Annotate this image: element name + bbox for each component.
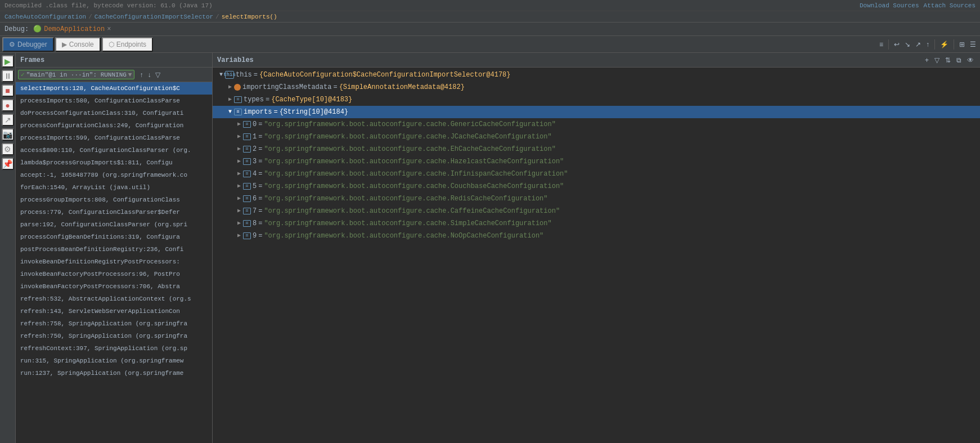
- frame-item[interactable]: run:1237, SpringApplication (org.springf…: [16, 367, 212, 379]
- frame-item[interactable]: lambda$processGroupImports$1:811, Config…: [16, 156, 212, 169]
- tab-endpoints[interactable]: ⬡ Endpoints: [102, 37, 153, 52]
- var-item[interactable]: ▶≡8 = "org.springframework.boot.autoconf…: [213, 217, 980, 230]
- variables-title: Variables: [217, 56, 254, 64]
- var-name-label: importingClassMetadata: [242, 82, 331, 93]
- expand-arrow-icon[interactable]: ▶: [235, 182, 243, 190]
- expand-arrow-icon[interactable]: ▶: [226, 96, 234, 104]
- side-icons-panel: ▶ ⏸ ■ ● ↗ 📷 ⚙ 📌: [0, 53, 16, 443]
- step-into-btn[interactable]: ↘: [903, 40, 912, 49]
- toolbar-menu-btn[interactable]: ≡: [878, 40, 885, 49]
- step-over-btn[interactable]: ↩: [892, 40, 901, 49]
- expand-arrow-icon[interactable]: ▶: [235, 133, 243, 141]
- camera-side-btn[interactable]: 📷: [2, 128, 14, 141]
- frame-item[interactable]: processConfigBeanDefinitions:319, Config…: [16, 231, 212, 243]
- var-item[interactable]: ▼≡imports = {String[10]@4184}: [213, 106, 980, 118]
- var-equals-sign: =: [258, 168, 262, 180]
- array-type-icon: ≡: [243, 158, 251, 165]
- frame-item[interactable]: accept:-1, 1658487789 (org.springframewo…: [16, 169, 212, 181]
- var-item[interactable]: ▶≡4 = "org.springframework.boot.autoconf…: [213, 168, 980, 180]
- run-to-cursor-btn[interactable]: ↑: [924, 40, 931, 49]
- frame-item[interactable]: selectImports:128, CacheAutoConfiguratio…: [16, 82, 212, 95]
- filter-vars-btn[interactable]: ▽: [933, 56, 941, 65]
- frame-item[interactable]: parse:192, ConfigurationClassParser (org…: [16, 218, 212, 231]
- frames-filter-btn[interactable]: ▽: [154, 70, 162, 79]
- frames-up-btn[interactable]: ↑: [138, 70, 145, 79]
- tab-console[interactable]: ▶ Console: [55, 37, 101, 52]
- frame-item[interactable]: invokeBeanFactoryPostProcessors:706, Abs…: [16, 280, 212, 293]
- sort-vars-btn[interactable]: ⇅: [943, 56, 952, 65]
- frame-item[interactable]: doProcessConfigurationClass:310, Configu…: [16, 107, 212, 119]
- frame-item[interactable]: refresh:143, ServletWebServerApplication…: [16, 305, 212, 317]
- frames-toolbar: ✓ "main"@1 in ···in": RUNNING ▼ ↑ ↓ ▽: [16, 68, 212, 82]
- pin-side-btn[interactable]: 📌: [2, 158, 14, 170]
- var-item[interactable]: ▶≡2 = "org.springframework.boot.autoconf…: [213, 143, 980, 155]
- endpoints-icon: ⬡: [109, 41, 114, 48]
- settings-btn[interactable]: ☰: [968, 40, 978, 49]
- frame-item[interactable]: refresh:532, AbstractApplicationContext …: [16, 293, 212, 305]
- layout-btn[interactable]: ⊞: [957, 40, 966, 49]
- frames-down-btn[interactable]: ↓: [146, 70, 152, 79]
- frame-item[interactable]: refreshContext:397, SpringApplication (o…: [16, 342, 212, 355]
- expand-arrow-icon[interactable]: ▶: [235, 120, 243, 128]
- console-icon: ▶: [62, 41, 67, 48]
- thread-label: "main"@1 in ···in": RUNNING: [26, 71, 127, 78]
- frame-item[interactable]: invokeBeanDefinitionRegistryPostProcesso…: [16, 256, 212, 268]
- breadcrumb-item-1[interactable]: CacheAutoConfiguration: [5, 14, 86, 20]
- expand-arrow-icon[interactable]: ▶: [226, 83, 234, 91]
- frame-item[interactable]: access$800:110, ConfigurationClassParser…: [16, 144, 212, 156]
- frame-item[interactable]: postProcessBeanDefinitionRegistry:236, C…: [16, 243, 212, 256]
- attach-sources-btn[interactable]: Attach Sources: [924, 2, 975, 9]
- play-side-btn[interactable]: ▶: [2, 55, 14, 68]
- var-name-label: 4: [253, 168, 257, 180]
- frame-item[interactable]: run:315, SpringApplication (org.springfr…: [16, 355, 212, 367]
- breakpoint-side-btn[interactable]: ●: [2, 99, 14, 111]
- breadcrumb-item-2[interactable]: CacheConfigurationImportSelector: [95, 14, 213, 20]
- frame-item[interactable]: processImports:599, ConfigurationClassPa…: [16, 132, 212, 144]
- var-item[interactable]: ▶importingClassMetadata = {SimpleAnnotat…: [213, 81, 980, 93]
- expand-arrow-icon[interactable]: ▶: [235, 232, 243, 240]
- var-name-label: 3: [253, 156, 257, 167]
- download-sources-btn[interactable]: Download Sources: [860, 2, 919, 9]
- expand-arrow-icon[interactable]: ▶: [235, 195, 243, 203]
- var-item[interactable]: ▶≡9 = "org.springframework.boot.autoconf…: [213, 230, 980, 242]
- step-out-btn[interactable]: ↗: [914, 40, 923, 49]
- frame-item[interactable]: processConfigurationClass:249, Configura…: [16, 119, 212, 132]
- pause-side-btn[interactable]: ⏸: [2, 70, 14, 82]
- expand-arrow-icon[interactable]: ▼: [226, 108, 234, 116]
- var-item[interactable]: ▼thisthis = {CacheAutoConfiguration$Cach…: [213, 69, 980, 81]
- frame-item[interactable]: forEach:1540, ArrayList (java.util): [16, 181, 212, 194]
- var-value: "org.springframework.boot.autoconfigure.…: [264, 131, 551, 142]
- var-item[interactable]: ▶≡3 = "org.springframework.boot.autoconf…: [213, 155, 980, 168]
- var-item[interactable]: ▶≡6 = "org.springframework.boot.autoconf…: [213, 193, 980, 205]
- tab-debugger[interactable]: ⚙ Debugger: [2, 37, 54, 52]
- expand-arrow-icon[interactable]: ▶: [235, 145, 243, 153]
- var-value: "org.springframework.boot.autoconfigure.…: [264, 230, 543, 241]
- expand-arrow-icon[interactable]: ▶: [235, 158, 243, 165]
- evaluate-btn[interactable]: ⚡: [938, 40, 950, 49]
- frame-item[interactable]: processImports:580, ConfigurationClassPa…: [16, 95, 212, 107]
- var-value: "org.springframework.boot.autoconfigure.…: [264, 181, 564, 192]
- breadcrumb-item-3[interactable]: selectImports(): [222, 14, 277, 20]
- stepover-side-btn[interactable]: ↗: [2, 114, 14, 126]
- var-item[interactable]: ▶≡7 = "org.springframework.boot.autoconf…: [213, 205, 980, 217]
- frames-list: selectImports:128, CacheAutoConfiguratio…: [16, 82, 212, 443]
- frame-item[interactable]: invokeBeanFactoryPostProcessors:96, Post…: [16, 268, 212, 280]
- copy-vars-btn[interactable]: ⧉: [955, 56, 963, 65]
- var-item[interactable]: ▶≡0 = "org.springframework.boot.autoconf…: [213, 118, 980, 131]
- expand-arrow-icon[interactable]: ▶: [235, 207, 243, 215]
- stop-side-btn[interactable]: ■: [2, 84, 14, 97]
- gear-side-btn[interactable]: ⚙: [2, 143, 14, 155]
- expand-arrow-icon[interactable]: ▶: [235, 220, 243, 227]
- var-item[interactable]: ▶≡5 = "org.springframework.boot.autoconf…: [213, 180, 980, 193]
- frame-item[interactable]: processGroupImports:808, ConfigurationCl…: [16, 194, 212, 206]
- app-close[interactable]: ×: [107, 25, 111, 33]
- frame-item[interactable]: refresh:750, SpringApplication (org.spri…: [16, 330, 212, 342]
- checkmark-icon: ✓: [21, 71, 25, 78]
- expand-arrow-icon[interactable]: ▶: [235, 170, 243, 178]
- frame-item[interactable]: process:779, ConfigurationClassParser$De…: [16, 206, 212, 218]
- watch-btn[interactable]: 👁: [965, 56, 975, 65]
- frame-item[interactable]: refresh:758, SpringApplication (org.spri…: [16, 317, 212, 330]
- var-item[interactable]: ▶≡types = {CacheType[10]@4183}: [213, 93, 980, 106]
- add-watch-btn[interactable]: +: [923, 56, 930, 65]
- var-item[interactable]: ▶≡1 = "org.springframework.boot.autoconf…: [213, 131, 980, 143]
